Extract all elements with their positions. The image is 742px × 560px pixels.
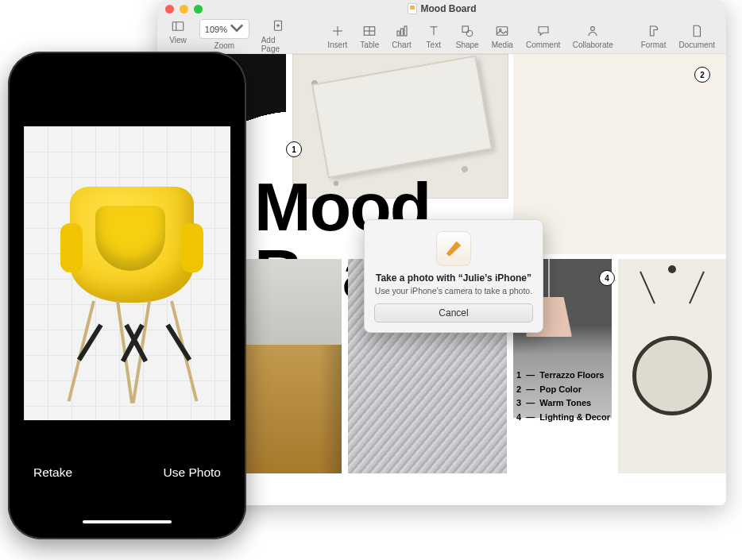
titlebar: Mood Board: [157, 0, 726, 17]
svg-point-16: [466, 30, 473, 37]
table-icon: [362, 24, 377, 38]
toolbar: View 109% Zoom Add Page Insert: [157, 17, 726, 54]
tag-2[interactable]: 2: [694, 67, 710, 83]
text-label: Text: [427, 41, 441, 49]
camera-preview[interactable]: [24, 126, 230, 420]
media-icon: [495, 24, 509, 38]
chart-button[interactable]: Chart: [387, 22, 415, 49]
collaborate-icon: [585, 24, 600, 38]
camera-confirm-bar: Retake Use Photo: [17, 434, 237, 530]
retake-button[interactable]: Retake: [33, 465, 72, 480]
chair-arm-right: [181, 223, 203, 272]
table-label: Table: [360, 41, 379, 49]
close-window-button[interactable]: [165, 5, 174, 14]
tag-4[interactable]: 4: [599, 270, 615, 286]
iphone-screen: Retake Use Photo: [17, 61, 237, 530]
zoom-label: Zoom: [214, 41, 235, 50]
image-mirror[interactable]: [618, 259, 726, 473]
mirror-knob: [668, 265, 676, 273]
shape-icon: [460, 24, 474, 38]
pages-app-icon: [436, 231, 471, 266]
add-page-icon: [271, 19, 285, 33]
use-photo-button[interactable]: Use Photo: [164, 465, 221, 480]
media-button[interactable]: Media: [487, 22, 518, 49]
lamp-cord: [548, 259, 550, 299]
svg-rect-17: [497, 26, 508, 35]
svg-point-19: [591, 26, 595, 30]
chart-label: Chart: [392, 41, 411, 49]
chart-icon: [395, 24, 409, 38]
document-icon: [690, 24, 704, 38]
legend-label: Terrazzo Floors: [539, 370, 604, 380]
document-button[interactable]: Document: [674, 22, 720, 49]
document-label: Document: [678, 41, 715, 49]
minimize-window-button[interactable]: [180, 5, 188, 14]
media-label: Media: [492, 41, 513, 49]
legend-row: 3 — Warm Tones: [516, 396, 610, 411]
insert-label: Insert: [327, 41, 347, 49]
view-button[interactable]: View: [164, 17, 192, 44]
legend-num: 3: [516, 398, 521, 407]
legend-row: 1 — Terrazzo Floors: [516, 369, 610, 383]
cancel-button[interactable]: Cancel: [374, 303, 533, 322]
iphone-notch: [75, 61, 179, 80]
window-controls: [165, 5, 203, 14]
insert-button[interactable]: Insert: [323, 22, 352, 49]
window-title-text: Mood Board: [421, 3, 477, 14]
view-label: View: [169, 36, 187, 44]
text-icon: [427, 24, 441, 38]
collaborate-label: Collaborate: [573, 41, 613, 49]
image-plain-right[interactable]: [513, 54, 726, 254]
format-button[interactable]: Format: [636, 22, 671, 49]
view-icon: [171, 19, 185, 33]
tag-1[interactable]: 1: [286, 141, 302, 157]
dialog-title: Take a photo with “Julie’s iPhone”: [374, 272, 533, 284]
svg-rect-11: [400, 29, 403, 36]
format-icon: [647, 24, 661, 38]
legend-label: Warm Tones: [539, 398, 591, 407]
legend-num: 1: [516, 370, 521, 380]
text-button[interactable]: Text: [419, 22, 448, 49]
shape-label: Shape: [456, 41, 479, 49]
legend-label: Pop Color: [539, 384, 582, 394]
legend-num: 2: [516, 384, 521, 394]
svg-rect-10: [397, 31, 400, 36]
format-label: Format: [641, 41, 667, 49]
terrazzo-slab: [311, 56, 493, 179]
zoom-window-button[interactable]: [194, 5, 203, 14]
mirror-ring: [632, 336, 712, 415]
take-photo-dialog: Take a photo with “Julie’s iPhone” Use y…: [364, 219, 543, 333]
table-button[interactable]: Table: [355, 22, 384, 49]
dialog-subtitle: Use your iPhone’s camera to take a photo…: [374, 286, 533, 295]
zoom-pill[interactable]: 109%: [199, 19, 249, 39]
shape-button[interactable]: Shape: [451, 22, 484, 49]
yellow-chair: [60, 177, 203, 407]
comment-button[interactable]: Comment: [521, 22, 565, 49]
iphone-device: Retake Use Photo: [8, 52, 246, 539]
legend-row: 2 — Pop Color: [516, 383, 610, 397]
svg-rect-12: [404, 26, 407, 36]
collaborate-button[interactable]: Collaborate: [568, 22, 617, 49]
add-page-label: Add Page: [261, 36, 295, 53]
legend-label: Lighting & Decor: [539, 412, 610, 422]
chevron-down-icon: [230, 21, 244, 35]
legend-list[interactable]: 1 — Terrazzo Floors 2 — Pop Color 3 — Wa…: [516, 369, 610, 424]
zoom-value: 109%: [205, 25, 227, 34]
chair-arm-left: [60, 223, 83, 272]
home-indicator[interactable]: [83, 520, 172, 523]
pen-icon: [445, 240, 462, 257]
document-small-icon: [408, 3, 417, 14]
zoom-button[interactable]: 109% Zoom: [195, 17, 253, 50]
legend-num: 4: [516, 412, 521, 422]
legend-row: 4 — Lighting & Decor: [516, 411, 610, 425]
comment-label: Comment: [526, 41, 560, 49]
window-title: Mood Board: [157, 3, 726, 14]
svg-rect-0: [172, 22, 184, 31]
add-page-button[interactable]: Add Page: [257, 17, 300, 53]
insert-icon: [330, 24, 345, 38]
comment-icon: [536, 24, 551, 38]
